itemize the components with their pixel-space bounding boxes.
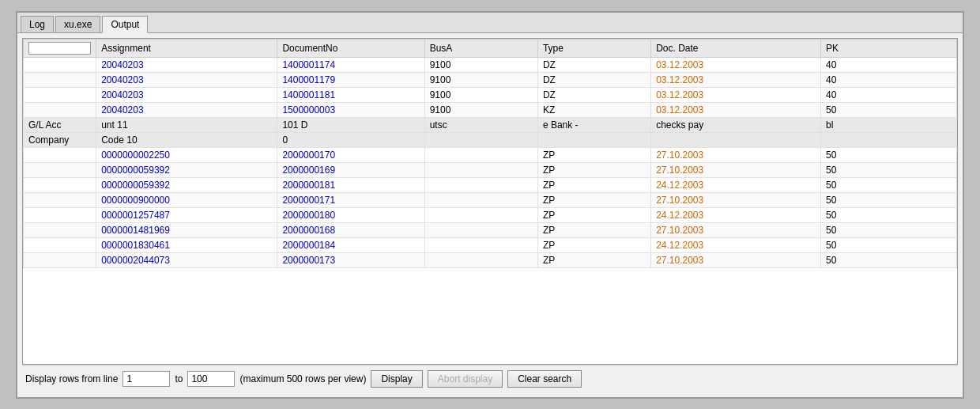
col-label-docno: DocumentNo (282, 43, 337, 54)
docno-link[interactable]: 2000000168 (282, 225, 335, 236)
docno-link[interactable]: 2000000184 (282, 240, 335, 251)
cell-busa: 9100 (424, 102, 537, 117)
assignment-link[interactable]: 20040203 (101, 59, 143, 70)
cell-docno: 2000000168 (277, 222, 424, 237)
assignment-link[interactable]: 0000001257487 (101, 210, 170, 221)
table-row: 2004020314000011749100DZ03.12.200340 (24, 57, 957, 72)
col-label-type: Type (543, 43, 564, 54)
cell-pk (821, 132, 957, 147)
cell-type: ZP (537, 162, 650, 177)
docno-link[interactable]: 1500000003 (282, 104, 335, 116)
col-header-st (24, 39, 96, 57)
col-label-assignment: Assignment (101, 43, 151, 54)
assignment-link[interactable]: 20040203 (101, 74, 143, 85)
table-wrapper[interactable]: Assignment DocumentNo BusA Type (23, 39, 957, 364)
assignment-link[interactable]: 0000000002250 (101, 150, 170, 161)
docno-link[interactable]: 2000000171 (282, 195, 335, 206)
tab-output[interactable]: Output (102, 16, 148, 33)
cell-docdate: 27.10.2003 (651, 192, 821, 207)
cell-st (24, 192, 96, 207)
cell-pk: 50 (821, 177, 957, 192)
cell-docno: 1400001179 (277, 72, 424, 87)
cell-st (24, 207, 96, 222)
assignment-link[interactable]: 0000001481969 (101, 225, 170, 236)
cell-pk: 50 (821, 207, 957, 222)
assignment-link[interactable]: 0000000059392 (101, 180, 170, 191)
table-row: 00000000022502000000170ZP27.10.200350 (24, 147, 957, 162)
cell-st (24, 177, 96, 192)
docno-link[interactable]: 1400001179 (282, 74, 335, 85)
docno-link[interactable]: 2000000169 (282, 165, 335, 176)
assignment-link[interactable]: 0000000900000 (101, 195, 170, 206)
assignment-link[interactable]: 0000001830461 (101, 240, 170, 251)
cell-busa (424, 147, 537, 162)
cell-assignment: 0000001257487 (96, 207, 277, 222)
assignment-link[interactable]: 20040203 (101, 104, 143, 116)
cell-docno: 2000000170 (277, 147, 424, 162)
col-header-assignment: Assignment (96, 39, 277, 57)
col-header-docdate: Doc. Date (651, 39, 821, 57)
cell-type: ZP (537, 207, 650, 222)
cell-assignment: 20040203 (96, 57, 277, 72)
cell-docno: 2000000171 (277, 192, 424, 207)
cell-type: ZP (537, 177, 650, 192)
cell-docdate: 27.10.2003 (651, 222, 821, 237)
date-value: 27.10.2003 (656, 255, 703, 266)
to-input[interactable] (187, 371, 235, 387)
cell-busa: 9100 (424, 87, 537, 102)
date-value: 03.12.2003 (656, 59, 703, 70)
docno-link[interactable]: 1400001174 (282, 59, 335, 70)
cell-docdate: 03.12.2003 (651, 102, 821, 117)
docno-link[interactable]: 2000000180 (282, 210, 335, 221)
abort-button[interactable]: Abort display (428, 370, 503, 388)
cell-docno: 2000000180 (277, 207, 424, 222)
date-value: 27.10.2003 (656, 150, 703, 161)
from-input[interactable] (122, 371, 170, 387)
cell-type: ZP (537, 252, 650, 267)
max-label: (maximum 500 rows per view) (239, 373, 366, 384)
cell-pk: 50 (821, 192, 957, 207)
cell-st (24, 237, 96, 252)
cell-st (24, 222, 96, 237)
cell-busa: utsc (424, 117, 537, 132)
tab-bar: Log xu.exe Output (17, 13, 963, 33)
cell-busa (424, 132, 537, 147)
cell-assignment: 0000000059392 (96, 162, 277, 177)
cell-busa (424, 192, 537, 207)
table-row: 2004020315000000039100KZ03.12.200350 (24, 102, 957, 117)
docno-link[interactable]: 2000000170 (282, 150, 335, 161)
docno-link[interactable]: 2000000173 (282, 255, 335, 266)
cell-docdate: 24.12.2003 (651, 177, 821, 192)
display-button[interactable]: Display (371, 370, 422, 388)
docno-link[interactable]: 2000000181 (282, 180, 335, 191)
table-row: 00000018304612000000184ZP24.12.200350 (24, 237, 957, 252)
cell-docdate: 24.12.2003 (651, 207, 821, 222)
assignment-link[interactable]: 0000000059392 (101, 165, 170, 176)
cell-st (24, 102, 96, 117)
cell-type: DZ (537, 72, 650, 87)
cell-assignment: Code 10 (96, 132, 277, 147)
tab-xuexe[interactable]: xu.exe (55, 16, 100, 32)
table-row: 00000020440732000000173ZP27.10.200350 (24, 252, 957, 267)
date-value: 27.10.2003 (656, 195, 703, 206)
cell-docno: 101 D (277, 117, 424, 132)
filter-st[interactable] (28, 42, 91, 55)
clear-search-button[interactable]: Clear search (507, 370, 582, 388)
date-value: 24.12.2003 (656, 180, 703, 191)
date-value: 03.12.2003 (656, 89, 703, 100)
docno-link[interactable]: 1400001181 (282, 89, 335, 100)
col-header-busa: BusA (424, 39, 537, 57)
cell-docdate: 03.12.2003 (651, 57, 821, 72)
cell-type: ZP (537, 147, 650, 162)
date-value: 03.12.2003 (656, 74, 703, 85)
cell-assignment: 0000001481969 (96, 222, 277, 237)
assignment-link[interactable]: 20040203 (101, 89, 143, 100)
cell-busa (424, 162, 537, 177)
table-row: 2004020314000011819100DZ03.12.200340 (24, 87, 957, 102)
tab-log[interactable]: Log (21, 16, 54, 32)
date-value: 27.10.2003 (656, 225, 703, 236)
cell-pk: 50 (821, 162, 957, 177)
cell-pk: 40 (821, 72, 957, 87)
col-header-docno: DocumentNo (277, 39, 424, 57)
assignment-link[interactable]: 0000002044073 (101, 255, 170, 266)
